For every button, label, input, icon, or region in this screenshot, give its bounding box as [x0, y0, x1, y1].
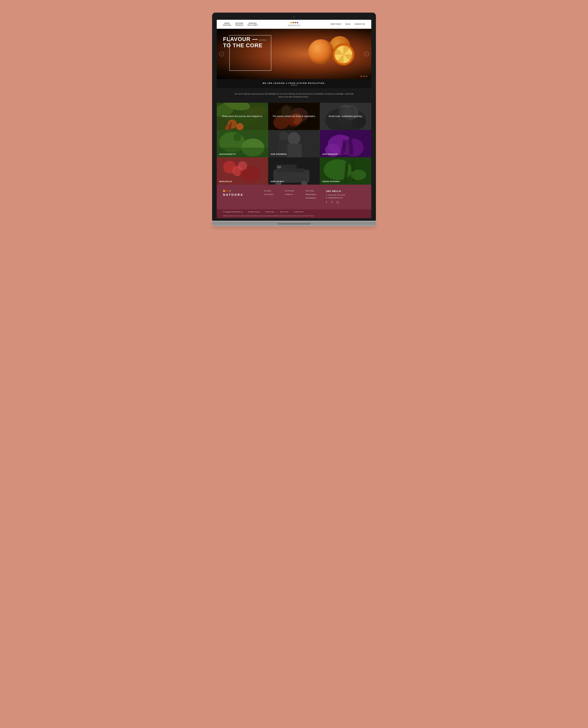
- cell-label-inside-natoora: INSIDE NATOORA: [322, 181, 340, 183]
- footer-link-contact-us[interactable]: Contact Us: [285, 193, 299, 195]
- footer-terms-link[interactable]: Terms of Use: [280, 211, 288, 212]
- grid-cell-sustainability[interactable]: SUSTAINABILITY: [217, 130, 268, 157]
- twitter-icon[interactable]: 𝕋: [331, 201, 335, 204]
- laptop-screen-bezel: INSIDENATOORA NATOORAPRODUCE WORKINGWITH…: [212, 13, 376, 221]
- hero-text: FLAVOUR — TO THE CORE: [223, 36, 266, 49]
- footer-logo-dots: [223, 190, 231, 192]
- footer-link-how-to-buy[interactable]: How to Buy: [305, 190, 320, 192]
- svg-point-32: [279, 131, 288, 141]
- grid-cell-growing[interactable]: Small scale, sustainable growing.: [320, 103, 371, 130]
- nav-right: HOW TO BUY BLOG CONTACT US: [331, 23, 365, 25]
- nav-item-produce[interactable]: NATOORAPRODUCE: [235, 22, 244, 26]
- hero-dot-1[interactable]: [361, 76, 362, 77]
- hero-title: FLAVOUR — TO THE CORE: [223, 36, 266, 49]
- tagline-section: WE ARE LEADING A FOOD SYSTEM REVOLUTION.: [217, 79, 371, 88]
- tagline-divider: [291, 85, 297, 85]
- svg-rect-28: [217, 147, 268, 157]
- cell-italic-growing: Small scale, sustainable growing.: [329, 115, 363, 118]
- footer-dot-2: [226, 190, 228, 192]
- footer-trademark: Natoora, Flavour to the Core, Flavour De…: [217, 214, 371, 218]
- logo-dot-4: [297, 22, 298, 23]
- description-section: We source radically seasonal produce tha…: [217, 88, 371, 103]
- footer-contact-col: SAY HELLO T: +44 (0) 020 7237 0346 E: he…: [323, 190, 365, 204]
- footer: NATOORA Our Story Our Growers Our Produc…: [217, 185, 371, 218]
- footer-link-our-growers[interactable]: Our Growers: [264, 193, 278, 195]
- svg-point-56: [351, 170, 366, 180]
- orange-visual: [308, 33, 355, 75]
- logo-text[interactable]: natoora: [288, 24, 300, 26]
- footer-link-accreditations[interactable]: Accreditations: [305, 197, 320, 199]
- footer-link-our-produce[interactable]: Our Produce: [285, 190, 299, 192]
- cell-label-how-to-buy: HOW TO BUY: [271, 181, 284, 183]
- device-wrapper: INSIDENATOORA NATOORAPRODUCE WORKINGWITH…: [212, 13, 376, 226]
- grid-cell-wholesale[interactable]: WHOLESALE: [217, 157, 268, 185]
- footer-copyright: © Copyright 2019 Natoora Ltd: [223, 211, 243, 212]
- hero-prev-button[interactable]: ‹: [219, 52, 224, 56]
- grid-cell-stories[interactable]: The stories behind our fruits & vegetabl…: [268, 103, 320, 130]
- tagline-main: WE ARE LEADING A FOOD SYSTEM REVOLUTION.: [221, 82, 367, 84]
- footer-sep-4: |: [291, 211, 291, 212]
- footer-dot-3: [229, 190, 231, 192]
- cell-text-stories: The stories behind our fruits & vegetabl…: [268, 103, 320, 130]
- nav-item-blog[interactable]: BLOG: [345, 23, 350, 25]
- facebook-icon[interactable]: f: [326, 201, 330, 204]
- hero-slide-dots: [361, 76, 367, 77]
- cell-text-growing: Small scale, sustainable growing.: [320, 103, 371, 130]
- footer-all-rights: All rights reserved: [248, 211, 260, 212]
- cell-italic-journey: Read about the journey that shaped us.: [222, 115, 263, 118]
- footer-sep-1: |: [245, 211, 246, 212]
- nav-item-contact[interactable]: CONTACT US: [355, 23, 365, 25]
- footer-logo-text: NATOORA: [223, 193, 244, 196]
- footer-bottom-bar: © Copyright 2019 Natoora Ltd | All right…: [217, 209, 371, 214]
- site-header: INSIDENATOORA NATOORAPRODUCE WORKINGWITH…: [217, 20, 371, 29]
- cell-label-growers: OUR GROWERS: [271, 153, 287, 155]
- svg-point-30: [288, 132, 300, 145]
- nav-left: INSIDENATOORA NATOORAPRODUCE WORKINGWITH…: [223, 22, 258, 26]
- orange-slice: [332, 43, 355, 65]
- hero-dot-2[interactable]: [363, 76, 364, 77]
- nav-item-how-to-buy[interactable]: HOW TO BUY: [331, 23, 341, 25]
- logo-dot-1: [290, 22, 292, 23]
- svg-point-27: [233, 133, 241, 141]
- footer-email: E: hello@natoora.com: [326, 197, 362, 199]
- hero-title-line1: FLAVOUR —: [223, 36, 266, 42]
- grid-cell-how-to-buy[interactable]: HOW TO BUY: [268, 157, 320, 185]
- footer-sep-3: |: [277, 211, 277, 212]
- footer-dot-1: [223, 190, 225, 192]
- footer-link-membership[interactable]: Membership &: [305, 193, 320, 195]
- hero-dot-3[interactable]: [365, 76, 367, 77]
- grid-cell-journey[interactable]: Read about the journey that shaped us.: [217, 103, 268, 130]
- nav-item-inside[interactable]: INSIDENATOORA: [223, 22, 231, 26]
- logo-dots: [290, 22, 298, 23]
- cell-text-journey: Read about the journey that shaped us.: [217, 103, 268, 130]
- grid-cell-produce[interactable]: OUR PRODUCE: [320, 130, 371, 157]
- svg-point-44: [238, 161, 247, 170]
- logo-dot-3: [295, 22, 296, 23]
- footer-privacy-link[interactable]: Privacy Policy: [265, 211, 274, 212]
- footer-cookies-link[interactable]: Cookies Policy: [294, 211, 303, 212]
- orange-main: [308, 39, 334, 64]
- hero-next-button[interactable]: ›: [364, 52, 369, 56]
- hero-section: FLAVOUR — TO THE CORE ‹ ›: [217, 29, 371, 79]
- svg-rect-31: [286, 144, 302, 157]
- laptop-bottom: [212, 225, 376, 226]
- instagram-icon[interactable]: ◯: [336, 201, 340, 204]
- nav-item-chefs[interactable]: WORKINGWITH CHEFS: [248, 22, 258, 26]
- laptop-base: [212, 221, 376, 225]
- grid-cell-growers[interactable]: OUR GROWERS: [268, 130, 320, 157]
- footer-social-icons: f 𝕋 ◯: [326, 201, 362, 204]
- hero-title-line2: TO THE CORE: [223, 42, 266, 49]
- cell-italic-stories: The stories behind our fruits & vegetabl…: [272, 115, 316, 118]
- description-text: We source radically seasonal produce tha…: [233, 92, 355, 99]
- footer-logo-col: NATOORA: [223, 190, 261, 204]
- grid-cell-inside-natoora[interactable]: INSIDE NATOORA: [320, 157, 371, 185]
- footer-nav-col-1: Our Story Our Growers: [261, 190, 281, 204]
- laptop-screen: INSIDENATOORA NATOORAPRODUCE WORKINGWITH…: [217, 20, 371, 218]
- footer-say-hello: SAY HELLO: [326, 190, 362, 192]
- svg-rect-51: [277, 166, 281, 168]
- footer-link-our-story[interactable]: Our Story: [264, 190, 278, 192]
- footer-sep-2: |: [262, 211, 263, 212]
- image-grid: Read about the journey that shaped us.: [217, 103, 371, 185]
- cell-label-sustainability: SUSTAINABILITY: [219, 153, 236, 155]
- laptop-frame: INSIDENATOORA NATOORAPRODUCE WORKINGWITH…: [212, 13, 376, 226]
